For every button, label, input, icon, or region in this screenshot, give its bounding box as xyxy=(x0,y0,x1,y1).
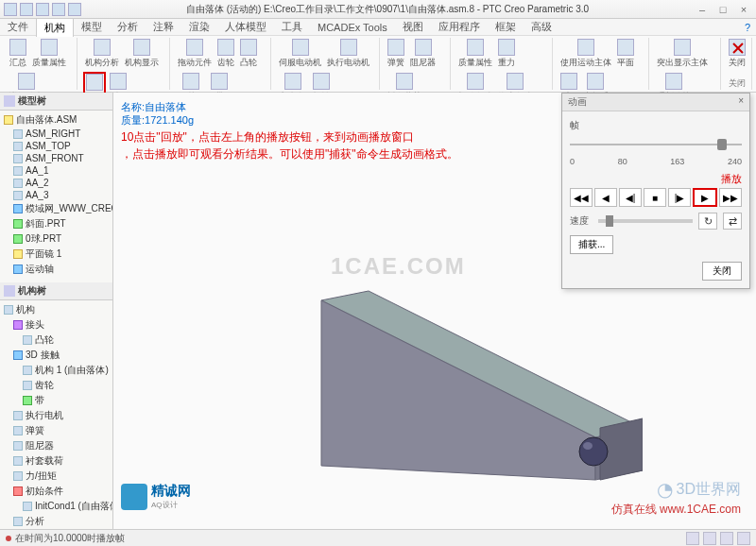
qa-icon[interactable] xyxy=(52,3,65,16)
mech-tree-header[interactable]: 机构树 xyxy=(0,282,112,300)
ribbon-mb-button[interactable]: 使用运动主体 xyxy=(558,38,613,70)
status-icon[interactable] xyxy=(720,532,733,545)
tree-item[interactable]: 斜面.PRT xyxy=(2,216,111,231)
menu-tab-10[interactable]: 应用程序 xyxy=(431,18,488,36)
mp-icon xyxy=(467,39,484,56)
tree-item[interactable]: 带 xyxy=(2,393,111,408)
tree-icon xyxy=(4,285,15,297)
ribbon-group: 关闭关闭 xyxy=(723,38,752,90)
help-icon[interactable]: ? xyxy=(739,22,756,33)
ribbon-disp-button[interactable]: 机构显示 xyxy=(123,38,161,70)
playback-stop-button[interactable]: ■ xyxy=(644,188,666,207)
qa-icon[interactable] xyxy=(68,3,81,16)
gear-icon xyxy=(217,39,234,56)
ribbon-drag-button[interactable]: 拖动元件 xyxy=(176,38,214,70)
close-panel-button[interactable]: 关闭 xyxy=(702,262,742,281)
tree-item-icon xyxy=(4,115,13,125)
panel-close-icon[interactable]: × xyxy=(738,95,744,109)
tree-item[interactable]: 衬套载荷 xyxy=(2,453,111,469)
ribbon-close-button[interactable]: 关闭 xyxy=(727,38,747,70)
ribbon-cam-button[interactable]: 凸轮 xyxy=(238,38,259,70)
ribbon-motor-button[interactable]: 执行电动机 xyxy=(325,38,371,70)
playback-ffwd-button[interactable]: ▶▶ xyxy=(719,188,742,207)
ribbon-plane-button[interactable]: 平面 xyxy=(615,38,636,70)
status-icon[interactable] xyxy=(737,532,750,545)
playback-title[interactable]: 动画 × xyxy=(562,94,749,111)
tree-item[interactable]: ASM_RIGHT xyxy=(2,128,111,140)
menu-tab-4[interactable]: 注释 xyxy=(146,18,181,36)
menu-tab-2[interactable]: 模型 xyxy=(74,18,110,36)
tree-item[interactable]: 机构 xyxy=(2,302,111,317)
canvas[interactable]: 名称:自由落体 质量:1721.140g 10点击"回放"，点击左上角的播放按钮… xyxy=(113,93,756,529)
tree-item[interactable]: 凸轮 xyxy=(2,333,111,348)
menu-tab-8[interactable]: MCADEx Tools xyxy=(310,20,395,35)
maximize-button[interactable]: □ xyxy=(714,4,731,15)
playback-rewind-button[interactable]: ◀◀ xyxy=(570,188,593,207)
ribbon-mp-button[interactable]: 质量属性 xyxy=(456,38,494,70)
tree-item[interactable]: AA_2 xyxy=(2,177,111,189)
playback-prev-button[interactable]: ◀ xyxy=(594,188,617,207)
ribbon-mech-button[interactable]: 机构分析 xyxy=(83,38,121,70)
tree-item[interactable]: 运动轴 xyxy=(2,262,111,277)
ribbon-spring-button[interactable]: 弹簧 xyxy=(386,38,406,70)
menu-tab-9[interactable]: 视图 xyxy=(395,18,431,36)
tree-item[interactable]: 3D 接触 xyxy=(2,348,111,363)
model-tree-header[interactable]: 模型树 xyxy=(0,93,112,111)
tree-item[interactable]: 弹簧 xyxy=(2,423,111,438)
ribbon-summary-button[interactable]: 汇总 xyxy=(8,38,28,70)
tree-item[interactable]: InitCond1 (自由落体) xyxy=(2,499,111,514)
menu-tab-7[interactable]: 工具 xyxy=(274,18,310,36)
playback-icon xyxy=(86,74,103,91)
playback-stepfwd-button[interactable]: |▶ xyxy=(668,188,691,207)
frame-slider[interactable] xyxy=(570,136,742,153)
playback-play-button[interactable]: ▶ xyxy=(693,188,717,207)
tree-item[interactable]: 初始条件 xyxy=(2,484,111,499)
menu-tab-5[interactable]: 渲染 xyxy=(181,18,217,36)
ribbon-label: 关闭 xyxy=(729,57,746,69)
loop-button[interactable]: ↻ xyxy=(698,213,717,230)
tree-item[interactable]: 自由落体.ASM xyxy=(2,112,111,128)
bounce-button[interactable]: ⇄ xyxy=(723,213,742,230)
ribbon-mass-button[interactable]: 质量属性 xyxy=(30,38,68,70)
grav-icon xyxy=(498,39,515,56)
tree-item-label: 弹簧 xyxy=(26,424,44,437)
tree-item[interactable]: 阻尼器 xyxy=(2,438,111,453)
model-3d[interactable] xyxy=(284,282,643,499)
tree-item[interactable]: AA_1 xyxy=(2,164,111,177)
capture-button[interactable]: 捕获... xyxy=(570,235,613,254)
menu-tab-6[interactable]: 人体模型 xyxy=(217,18,274,36)
tree-item[interactable]: 接头 xyxy=(2,317,111,333)
status-icon[interactable] xyxy=(703,532,716,545)
playback-stepback-button[interactable]: ◀| xyxy=(619,188,642,207)
tree-item[interactable]: 力/扭矩 xyxy=(2,469,111,484)
tree-item[interactable]: 机构 1 (自由落体) xyxy=(2,363,111,378)
tree-item[interactable]: 0球.PRT xyxy=(2,231,111,247)
tree-item-icon xyxy=(13,264,23,274)
tree-item[interactable]: 平面镜 1 xyxy=(2,247,111,262)
tree-item[interactable]: ASM_TOP xyxy=(2,140,111,152)
menu-tab-1[interactable]: 机构 xyxy=(36,18,74,37)
ribbon-servo-button[interactable]: 伺服电动机 xyxy=(277,38,323,70)
menu-tab-0[interactable]: 文件 xyxy=(0,18,36,36)
qa-icon[interactable] xyxy=(20,3,33,16)
ribbon-grav-button[interactable]: 重力 xyxy=(496,38,517,70)
menu-tab-3[interactable]: 分析 xyxy=(110,18,146,36)
qa-icon[interactable] xyxy=(4,3,17,16)
ribbon-gear-button[interactable]: 齿轮 xyxy=(215,38,236,70)
ribbon-hl-button[interactable]: 突出显示主体 xyxy=(655,38,710,70)
tree-item[interactable]: 执行电机 xyxy=(2,408,111,423)
minimize-button[interactable]: – xyxy=(694,4,711,15)
qa-icon[interactable] xyxy=(36,3,49,16)
close-window-button[interactable]: × xyxy=(735,4,752,15)
tree-item[interactable]: AA_3 xyxy=(2,189,111,201)
tree-item[interactable]: 模域网_WWW_CREOUG_COM xyxy=(2,201,111,216)
tree-item[interactable]: 分析 xyxy=(2,514,111,529)
speed-slider[interactable] xyxy=(598,219,693,223)
menu-tab-12[interactable]: 高级 xyxy=(524,18,559,36)
tree-item[interactable]: ASM_FRONT xyxy=(2,152,111,164)
ribbon-damp-button[interactable]: 阻尼器 xyxy=(408,38,438,70)
tree-item[interactable]: 齿轮 xyxy=(2,378,111,393)
status-icon[interactable] xyxy=(686,532,699,545)
tree-item-icon xyxy=(13,456,23,466)
menu-tab-11[interactable]: 框架 xyxy=(488,18,524,36)
